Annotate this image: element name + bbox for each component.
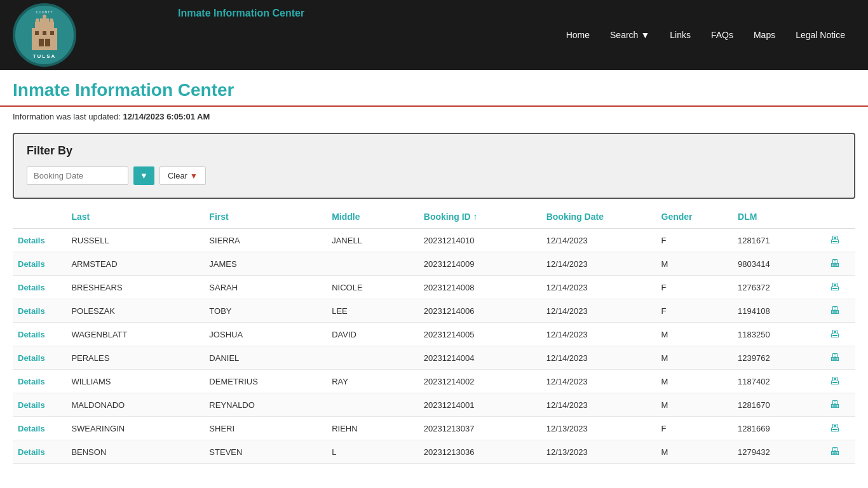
dlm-cell: 1281670 bbox=[733, 393, 825, 417]
booking-date-cell: 12/13/2023 bbox=[541, 440, 656, 464]
gender-cell: M bbox=[656, 346, 733, 370]
tulsa-county-logo: TULSA COUNTY bbox=[13, 3, 76, 67]
clear-filter-button[interactable]: Clear ▼ bbox=[159, 166, 206, 185]
table-row: Details RUSSELL SIERRA JANELL 2023121401… bbox=[13, 229, 855, 252]
first-name-cell: STEVEN bbox=[204, 440, 327, 464]
print-cell: 🖶 bbox=[825, 370, 855, 393]
svg-text:COUNTY: COUNTY bbox=[36, 10, 53, 14]
gender-cell: F bbox=[656, 417, 733, 440]
dlm-cell: 9803414 bbox=[733, 252, 825, 276]
col-header-first: First bbox=[204, 205, 327, 229]
nav-links[interactable]: Links bbox=[660, 25, 701, 45]
last-name-cell: POLESZAK bbox=[66, 299, 204, 323]
booking-date-cell: 12/14/2023 bbox=[541, 252, 656, 276]
first-name-cell: JOSHUA bbox=[204, 323, 327, 346]
details-link[interactable]: Details bbox=[18, 306, 45, 316]
print-icon[interactable]: 🖶 bbox=[830, 305, 840, 316]
last-updated-label: Information was last updated: bbox=[13, 112, 121, 121]
nav-maps[interactable]: Maps bbox=[743, 25, 785, 45]
print-cell: 🖶 bbox=[825, 417, 855, 440]
print-icon[interactable]: 🖶 bbox=[830, 258, 840, 269]
svg-point-10 bbox=[50, 18, 53, 22]
print-icon[interactable]: 🖶 bbox=[830, 234, 840, 245]
print-icon[interactable]: 🖶 bbox=[830, 446, 840, 457]
svg-rect-7 bbox=[39, 39, 44, 46]
booking-date-cell: 12/14/2023 bbox=[541, 393, 656, 417]
col-header-gender: Gender bbox=[656, 205, 733, 229]
details-link[interactable]: Details bbox=[18, 236, 45, 245]
header-site-title: Inmate Information Center bbox=[178, 8, 304, 19]
col-header-booking-date[interactable]: Booking Date bbox=[541, 205, 656, 229]
print-icon[interactable]: 🖶 bbox=[830, 352, 840, 363]
gender-cell: M bbox=[656, 252, 733, 276]
last-name-cell: WAGENBLATT bbox=[66, 323, 204, 346]
dlm-cell: 1281669 bbox=[733, 417, 825, 440]
dlm-cell: 1281671 bbox=[733, 229, 825, 252]
gender-cell: F bbox=[656, 276, 733, 299]
nav-legal-notice[interactable]: Legal Notice bbox=[785, 25, 855, 45]
gender-cell: F bbox=[656, 299, 733, 323]
print-icon[interactable]: 🖶 bbox=[830, 376, 840, 386]
dlm-cell: 1239762 bbox=[733, 346, 825, 370]
first-name-cell: SIERRA bbox=[204, 229, 327, 252]
details-link[interactable]: Details bbox=[18, 400, 45, 410]
booking-date-cell: 12/14/2023 bbox=[541, 323, 656, 346]
last-name-cell: ARMSTEAD bbox=[66, 252, 204, 276]
print-icon[interactable]: 🖶 bbox=[830, 399, 840, 410]
search-dropdown-icon: ▼ bbox=[641, 30, 649, 40]
details-cell: Details bbox=[13, 323, 66, 346]
print-cell: 🖶 bbox=[825, 323, 855, 346]
filter-title: Filter By bbox=[27, 144, 841, 158]
details-link[interactable]: Details bbox=[18, 424, 45, 433]
middle-name-cell bbox=[327, 393, 419, 417]
nav-faqs[interactable]: FAQs bbox=[701, 25, 743, 45]
svg-rect-8 bbox=[45, 39, 50, 46]
print-cell: 🖶 bbox=[825, 276, 855, 299]
nav-search[interactable]: Search ▼ bbox=[600, 25, 660, 45]
table-row: Details POLESZAK TOBY LEE 20231214006 12… bbox=[13, 299, 855, 323]
details-link[interactable]: Details bbox=[18, 353, 45, 363]
last-name-cell: RUSSELL bbox=[66, 229, 204, 252]
details-cell: Details bbox=[13, 276, 66, 299]
logo-area: TULSA COUNTY Inmate Information Center bbox=[13, 3, 178, 67]
first-name-cell: SHERI bbox=[204, 417, 327, 440]
nav-home[interactable]: Home bbox=[556, 25, 600, 45]
last-name-cell: BENSON bbox=[66, 440, 204, 464]
details-link[interactable]: Details bbox=[18, 330, 45, 339]
details-link[interactable]: Details bbox=[18, 283, 45, 292]
booking-id-cell: 20231214008 bbox=[419, 276, 541, 299]
last-updated-bar: Information was last updated: 12/14/2023… bbox=[0, 107, 868, 126]
print-icon[interactable]: 🖶 bbox=[830, 329, 840, 339]
booking-id-cell: 20231214006 bbox=[419, 299, 541, 323]
details-cell: Details bbox=[13, 393, 66, 417]
print-cell: 🖶 bbox=[825, 229, 855, 252]
booking-id-cell: 20231214005 bbox=[419, 323, 541, 346]
filter-funnel-icon: ▼ bbox=[140, 171, 148, 180]
svg-text:TULSA: TULSA bbox=[33, 53, 57, 59]
details-cell: Details bbox=[13, 252, 66, 276]
booking-date-cell: 12/14/2023 bbox=[541, 346, 656, 370]
svg-rect-5 bbox=[43, 31, 46, 35]
last-name-cell: MALDONADO bbox=[66, 393, 204, 417]
middle-name-cell bbox=[327, 252, 419, 276]
print-icon[interactable]: 🖶 bbox=[830, 281, 840, 292]
col-header-booking-id[interactable]: Booking ID ↑ bbox=[419, 205, 541, 229]
details-link[interactable]: Details bbox=[18, 377, 45, 386]
filter-apply-button[interactable]: ▼ bbox=[133, 166, 154, 185]
last-name-cell: SWEARINGIN bbox=[66, 417, 204, 440]
col-header-dlm: DLM bbox=[733, 205, 825, 229]
booking-date-cell: 12/13/2023 bbox=[541, 417, 656, 440]
details-link[interactable]: Details bbox=[18, 447, 45, 457]
table-row: Details ARMSTEAD JAMES 20231214009 12/14… bbox=[13, 252, 855, 276]
middle-name-cell: L bbox=[327, 440, 419, 464]
details-link[interactable]: Details bbox=[18, 259, 45, 269]
details-cell: Details bbox=[13, 299, 66, 323]
main-nav: Home Search ▼ Links FAQs Maps Legal Noti… bbox=[556, 25, 855, 45]
print-icon[interactable]: 🖶 bbox=[830, 423, 840, 433]
first-name-cell: TOBY bbox=[204, 299, 327, 323]
booking-date-input[interactable] bbox=[27, 166, 128, 185]
table-row: Details WAGENBLATT JOSHUA DAVID 20231214… bbox=[13, 323, 855, 346]
logo-svg: TULSA COUNTY bbox=[16, 6, 73, 63]
svg-rect-1 bbox=[35, 22, 40, 31]
table-body: Details RUSSELL SIERRA JANELL 2023121401… bbox=[13, 229, 855, 464]
